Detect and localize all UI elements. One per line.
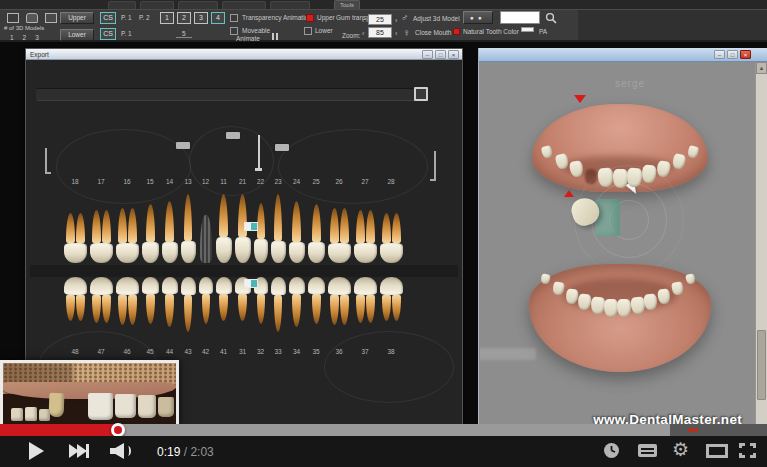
tooth-45[interactable] xyxy=(141,277,159,347)
tooth-12[interactable] xyxy=(198,189,213,263)
adjust-model-label[interactable]: Adjust 3d Model xyxy=(413,15,460,22)
p1-tab-lower[interactable]: P. 1 xyxy=(121,30,132,37)
lower-transparency-spinner[interactable]: 85 xyxy=(368,27,392,38)
tooth-15[interactable] xyxy=(141,189,159,263)
page-5-label[interactable]: 5 xyxy=(176,30,192,38)
tab-tools[interactable]: Tools xyxy=(334,0,360,9)
tooth-35[interactable] xyxy=(307,277,325,347)
timeline-slider-track[interactable] xyxy=(36,88,428,101)
page-button-3[interactable]: 3 xyxy=(194,12,208,24)
tooth-36[interactable] xyxy=(327,277,351,347)
app-tab[interactable] xyxy=(108,1,136,9)
next-icon[interactable] xyxy=(69,444,91,458)
close-mouth-icon[interactable]: ♀ xyxy=(403,28,411,38)
tooth-24[interactable] xyxy=(288,189,305,263)
tooth-25[interactable] xyxy=(307,189,325,263)
tooth-13[interactable] xyxy=(180,189,196,263)
marker-tag[interactable] xyxy=(176,142,190,149)
upper-midline-handle[interactable] xyxy=(244,222,258,231)
settings-icon[interactable]: ⚙ xyxy=(672,440,689,459)
tooth-42[interactable] xyxy=(198,277,213,347)
tooth-33[interactable] xyxy=(270,277,286,347)
spinner-up-icon[interactable]: › xyxy=(395,17,397,24)
tooth-27[interactable] xyxy=(353,189,377,263)
page-button-4[interactable]: 4 xyxy=(211,12,225,24)
tooth-34[interactable] xyxy=(288,277,305,347)
upper-gum-checkbox[interactable] xyxy=(306,14,314,22)
spinner-down-icon[interactable]: ‹ xyxy=(362,30,364,37)
natural-tooth-checkbox[interactable] xyxy=(453,28,460,35)
moveable-checkbox[interactable] xyxy=(230,27,238,35)
scrollbar[interactable]: ▲ xyxy=(755,62,767,426)
lower-jaw-model[interactable] xyxy=(529,264,711,372)
upper-button[interactable]: Upper xyxy=(60,12,94,24)
tooth-37[interactable] xyxy=(353,277,377,347)
tooth-47[interactable] xyxy=(89,277,113,347)
app-tab[interactable] xyxy=(178,1,218,9)
page-button-1[interactable]: 1 xyxy=(160,12,174,24)
lower-button[interactable]: Lower xyxy=(60,29,94,41)
tooth-17[interactable] xyxy=(89,189,113,263)
tooth-26[interactable] xyxy=(327,189,351,263)
box-tool-icon[interactable] xyxy=(7,13,19,23)
fullscreen-icon[interactable] xyxy=(739,443,756,458)
search-icon[interactable] xyxy=(545,12,557,24)
animate-pause-bar[interactable] xyxy=(272,33,274,40)
tooth-11[interactable] xyxy=(215,189,232,263)
adjust-model-icon[interactable]: ♂ xyxy=(401,13,409,23)
play-icon[interactable] xyxy=(29,442,44,460)
marker-tag[interactable] xyxy=(275,144,289,151)
windows-tool-icon[interactable] xyxy=(45,13,57,23)
theater-icon[interactable] xyxy=(706,444,728,458)
minimize-icon[interactable]: – xyxy=(714,50,725,59)
cs-tab-lower[interactable]: CS xyxy=(100,28,116,40)
spinner-down-icon[interactable]: ‹ xyxy=(362,17,364,24)
tooth-48[interactable] xyxy=(63,277,87,347)
app-tab[interactable] xyxy=(140,1,174,9)
tooth-44[interactable] xyxy=(161,277,178,347)
model-viewport[interactable]: serge www.DentalMaster.net xyxy=(480,62,756,426)
transparency-animatic-checkbox[interactable] xyxy=(230,14,238,22)
spinner-up-icon[interactable]: › xyxy=(395,30,397,37)
lower-gum-checkbox[interactable] xyxy=(304,27,312,35)
p1-tab-upper[interactable]: P. 1 xyxy=(121,14,132,21)
progress-bar[interactable] xyxy=(0,424,767,436)
maximize-icon[interactable]: □ xyxy=(727,50,738,59)
maximize-icon[interactable]: □ xyxy=(435,50,446,59)
timeline-slider-handle[interactable] xyxy=(414,87,428,101)
mini-swatch[interactable] xyxy=(521,27,534,32)
search-input[interactable] xyxy=(500,11,540,24)
teeth-pair-button[interactable]: ●● xyxy=(463,11,493,24)
tooth-16[interactable] xyxy=(115,189,139,263)
app-tab[interactable] xyxy=(270,1,310,9)
tooth-23[interactable] xyxy=(270,189,286,263)
cs-tab-upper[interactable]: CS xyxy=(100,12,116,24)
tooth-38[interactable] xyxy=(379,277,403,347)
app-tab[interactable] xyxy=(222,1,266,9)
hand-tool-icon[interactable] xyxy=(26,13,38,23)
animate-pause-bar[interactable] xyxy=(276,33,278,40)
scroll-up-icon[interactable]: ▲ xyxy=(756,62,767,74)
scroll-thumb[interactable] xyxy=(757,330,766,400)
num-models-values[interactable]: 123 xyxy=(10,34,48,41)
tooth-43[interactable] xyxy=(180,277,196,347)
photo-tooth xyxy=(39,409,50,421)
captions-icon[interactable] xyxy=(638,444,657,457)
lower-midline-handle[interactable] xyxy=(244,279,258,288)
close-icon[interactable]: × xyxy=(448,50,459,59)
tooth-14[interactable] xyxy=(161,189,178,263)
tooth-46[interactable] xyxy=(115,277,139,347)
tooth-18[interactable] xyxy=(63,189,87,263)
tooth-28[interactable] xyxy=(379,189,403,263)
page-button-2[interactable]: 2 xyxy=(177,12,191,24)
volume-icon[interactable] xyxy=(110,443,132,459)
close-icon[interactable]: × xyxy=(740,50,751,59)
upper-transparency-spinner[interactable]: 25 xyxy=(368,14,392,25)
tooth-41[interactable] xyxy=(215,277,232,347)
watch-later-icon[interactable] xyxy=(603,442,620,463)
p2-tab-upper[interactable]: P. 2 xyxy=(139,14,150,21)
marker-tag[interactable] xyxy=(226,132,240,139)
scrubber-handle[interactable] xyxy=(111,423,125,437)
close-mouth-label[interactable]: Close Mouth xyxy=(415,29,452,36)
minimize-icon[interactable]: – xyxy=(422,50,433,59)
